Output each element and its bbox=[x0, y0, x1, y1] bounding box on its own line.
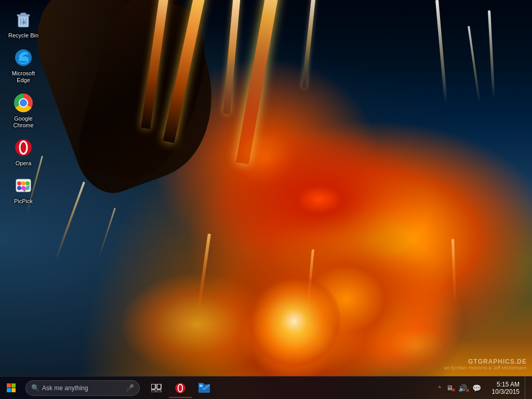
clock-date: 10/3/2015 bbox=[492, 388, 520, 395]
tray-expand-button[interactable]: ^ bbox=[436, 384, 442, 392]
clock[interactable]: 5:15 AM 10/3/2015 bbox=[489, 380, 523, 396]
svg-point-15 bbox=[17, 186, 21, 190]
mail-taskbar-button[interactable]: M bbox=[193, 377, 216, 400]
microsoft-edge-icon-desktop[interactable]: Microsoft Edge bbox=[3, 43, 44, 88]
svg-rect-26 bbox=[151, 390, 155, 392]
svg-point-19 bbox=[23, 190, 25, 192]
system-tray: ^ 🖥 ✕ 🔊 ✕ 💬 5:15 AM 10/3/2015 bbox=[436, 377, 532, 400]
opera-taskbar-icon bbox=[175, 382, 186, 394]
start-button[interactable] bbox=[0, 377, 23, 400]
show-desktop-button[interactable] bbox=[525, 377, 528, 400]
task-view-icon bbox=[151, 384, 162, 392]
svg-point-12 bbox=[17, 181, 21, 185]
volume-x-indicator: ✕ bbox=[466, 388, 470, 393]
svg-point-14 bbox=[25, 181, 30, 185]
edge-label: Microsoft Edge bbox=[5, 70, 42, 84]
svg-rect-25 bbox=[157, 384, 161, 389]
picpick-svg bbox=[14, 176, 33, 195]
volume-icon[interactable]: 🔊 ✕ bbox=[457, 383, 469, 393]
google-chrome-icon-desktop[interactable]: Google Chrome bbox=[3, 88, 44, 133]
chrome-label: Google Chrome bbox=[5, 115, 42, 129]
network-x-indicator: ✕ bbox=[451, 388, 456, 393]
chrome-ring bbox=[14, 94, 33, 112]
svg-text:♻: ♻ bbox=[22, 20, 25, 25]
picpick-icon-desktop[interactable]: PicPick bbox=[3, 171, 44, 209]
windows-logo-icon bbox=[7, 383, 16, 393]
recycle-bin-svg: ♻ bbox=[14, 10, 33, 29]
microphone-icon[interactable]: 🎤 bbox=[126, 384, 134, 392]
opera-taskbar-button[interactable] bbox=[169, 377, 192, 400]
svg-rect-2 bbox=[21, 13, 26, 15]
svg-rect-23 bbox=[11, 388, 16, 392]
svg-rect-27 bbox=[157, 390, 161, 392]
opera-svg bbox=[14, 138, 33, 157]
taskbar-apps: M bbox=[145, 377, 216, 400]
search-placeholder: Ask me anything bbox=[42, 384, 88, 392]
recycle-bin-label: Recycle Bin bbox=[8, 32, 38, 39]
opera-active-indicator bbox=[169, 397, 192, 398]
svg-point-13 bbox=[21, 181, 25, 185]
desktop-icons: ♻ Recycle Bin Microsoft Edge Google Chro… bbox=[0, 0, 47, 364]
svg-rect-20 bbox=[7, 383, 11, 388]
action-center-icon[interactable]: 💬 bbox=[471, 383, 483, 393]
opera-label: Opera bbox=[16, 160, 32, 167]
recycle-bin-icon-desktop[interactable]: ♻ Recycle Bin bbox=[3, 5, 44, 43]
opera-image bbox=[13, 137, 34, 158]
svg-rect-21 bbox=[11, 383, 16, 388]
edge-svg bbox=[14, 48, 33, 67]
picpick-label: PicPick bbox=[14, 198, 33, 205]
mail-taskbar-icon: M bbox=[198, 383, 210, 393]
svg-rect-22 bbox=[7, 388, 11, 392]
clock-time: 5:15 AM bbox=[497, 381, 520, 388]
watermark: GTGRAPHICS.DE art by Marc Henrichs & Jef… bbox=[444, 358, 527, 370]
desktop: ♻ Recycle Bin Microsoft Edge Google Chro… bbox=[0, 0, 532, 399]
taskbar: 🔍 Ask me anything 🎤 bbox=[0, 376, 532, 399]
svg-text:M: M bbox=[200, 384, 203, 388]
edge-image bbox=[13, 47, 34, 68]
watermark-line2: art by Marc Henrichs & Jeff Michelmann bbox=[444, 365, 527, 370]
svg-rect-24 bbox=[151, 384, 155, 389]
task-view-button[interactable] bbox=[145, 377, 168, 400]
chrome-image bbox=[13, 92, 34, 113]
watermark-line1: GTGRAPHICS.DE bbox=[444, 358, 527, 365]
picpick-image bbox=[13, 175, 34, 196]
network-icon[interactable]: 🖥 ✕ bbox=[445, 383, 455, 393]
search-bar[interactable]: 🔍 Ask me anything 🎤 bbox=[25, 380, 140, 396]
recycle-bin-image: ♻ bbox=[13, 9, 34, 30]
central-impact bbox=[247, 274, 341, 368]
opera-icon-desktop[interactable]: Opera bbox=[3, 133, 44, 171]
search-icon: 🔍 bbox=[31, 384, 39, 392]
